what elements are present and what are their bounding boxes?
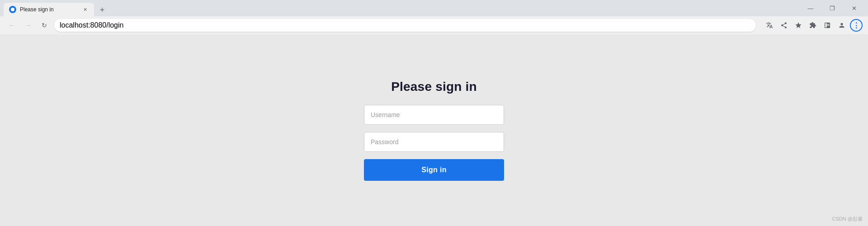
sidebar-icon[interactable] [821,19,834,32]
address-text: localhost:8080/login [60,21,123,29]
page-content: Please sign in Sign in CSDN @彭雇 [0,34,868,226]
chrome-menu-button[interactable]: ⋮ [850,19,863,32]
tab-strip: Please sign in ✕ + [4,0,800,16]
new-tab-button[interactable]: + [96,4,108,16]
toolbar-icons: ⋮ [763,19,863,32]
tab-title: Please sign in [20,6,78,13]
minimize-button[interactable]: — [800,1,821,15]
profile-icon[interactable] [835,19,848,32]
tab-close-button[interactable]: ✕ [81,6,89,13]
page-title: Please sign in [391,80,477,94]
login-form: Sign in [364,105,504,181]
reload-button[interactable]: ↻ [38,19,51,32]
bookmark-star-icon[interactable] [792,19,805,32]
restore-button[interactable]: ❐ [822,1,843,15]
title-bar: Please sign in ✕ + — ❐ ✕ [0,0,868,16]
tab-favicon-icon [9,6,16,13]
password-input[interactable] [364,132,504,152]
username-input[interactable] [364,105,504,125]
share-icon[interactable] [778,19,790,32]
back-button[interactable]: ← [5,19,18,32]
extensions-puzzle-icon[interactable] [807,19,819,32]
forward-button[interactable]: → [22,19,34,32]
signin-button[interactable]: Sign in [364,159,504,181]
login-container: Please sign in Sign in [364,80,504,181]
translate-icon[interactable] [763,19,776,32]
address-bar[interactable]: localhost:8080/login [54,19,756,32]
window-controls: — ❐ ✕ [800,1,864,15]
active-tab[interactable]: Please sign in ✕ [4,3,94,16]
close-button[interactable]: ✕ [844,1,864,15]
omnibox-bar: ← → ↻ localhost:8080/login [0,16,868,34]
browser-chrome: Please sign in ✕ + — ❐ ✕ ← → ↻ localhost… [0,0,868,34]
watermark-text: CSDN @彭雇 [832,216,863,222]
